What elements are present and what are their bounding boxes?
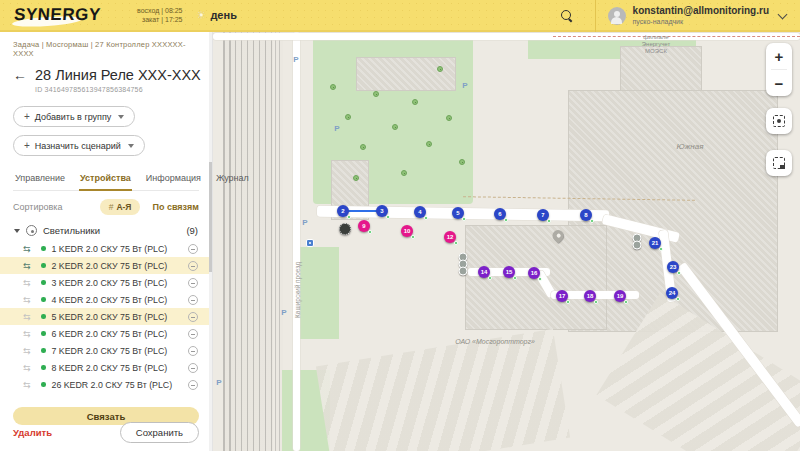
app-header: SYNERGY восход | 08:25 закат | 17:25 ☀ д… (0, 0, 800, 32)
link-icon: ⇆ (23, 278, 35, 288)
user-block[interactable]: konstantin@allmonitoring.ru пуско-наладч… (633, 5, 769, 27)
tab-управление[interactable]: Управление (14, 169, 66, 190)
caret-down-icon (14, 229, 20, 233)
assign-scenario-button[interactable]: + Назначить сценарий (13, 135, 145, 156)
device-group-header[interactable]: Светильники (9) (13, 225, 199, 236)
tab-bar: УправлениеУстройстваИнформацияЖурнал (13, 169, 199, 191)
circle-minus-icon[interactable] (188, 329, 198, 339)
device-row[interactable]: ⇆6 KEDR 2.0 СКУ 75 Вт (PLC) (0, 325, 212, 342)
circle-minus-icon[interactable] (188, 244, 198, 254)
bus-stop-icon (306, 239, 314, 247)
sort-az-button[interactable]: # А-Я (100, 199, 141, 215)
device-marker-9[interactable]: 9 (358, 220, 370, 232)
device-marker-18[interactable]: 18 (584, 290, 596, 302)
chevron-down-icon[interactable] (778, 10, 788, 20)
device-marker-10[interactable]: 10 (401, 225, 413, 237)
tree-icon (459, 159, 465, 165)
logo[interactable]: SYNERGY (14, 5, 129, 25)
user-email: konstantin@allmonitoring.ru (633, 5, 769, 16)
tree-icon (426, 141, 432, 147)
left-panel: Задача | Мосгормаш | 27 Контроллер XXXXX… (0, 32, 213, 451)
parking-icon: P (302, 218, 307, 227)
online-dot (41, 382, 46, 387)
cluster-marker[interactable] (633, 241, 642, 250)
selected-device-marker[interactable] (339, 223, 351, 235)
device-marker-24[interactable]: 24 (666, 287, 678, 299)
object-id: ID 341649785613947856384756 (35, 86, 199, 93)
group-count: (9) (186, 225, 198, 236)
search-icon[interactable] (561, 10, 573, 22)
sidebar-scrollbar[interactable] (209, 32, 212, 451)
device-label: 8 KEDR 2.0 СКУ 75 Вт (PLC) (52, 363, 183, 373)
sort-by-links-button[interactable]: По связям (152, 202, 199, 212)
device-row[interactable]: ⇆26 KEDR 2.0 СКУ 75 Вт (PLC) (0, 376, 212, 393)
device-marker-2[interactable]: 2 (337, 205, 349, 217)
tab-информация[interactable]: Информация (145, 169, 202, 190)
area-select-button[interactable] (766, 150, 792, 176)
device-row[interactable]: ⇆8 KEDR 2.0 СКУ 75 Вт (PLC) (0, 359, 212, 376)
link-icon: ⇆ (23, 363, 35, 373)
parking-icon: P (462, 81, 467, 90)
save-button[interactable]: Сохранить (120, 422, 199, 443)
zoom-out-button[interactable]: − (766, 70, 792, 96)
tree-icon (401, 170, 407, 176)
marker-status-dot (411, 235, 416, 240)
device-marker-16[interactable]: 16 (528, 267, 540, 279)
device-marker-21[interactable]: 21 (649, 237, 661, 249)
avatar[interactable] (608, 7, 626, 25)
circle-minus-icon[interactable] (188, 380, 198, 390)
circle-minus-icon[interactable] (188, 278, 198, 288)
caret-down-icon (128, 144, 134, 148)
cluster-marker[interactable] (459, 267, 468, 276)
marker-status-dot (347, 215, 352, 220)
circle-minus-icon[interactable] (188, 261, 198, 271)
map-canvas[interactable]: + − ЮжнаяОАО «Мосгороптторг»филиале Энер… (213, 32, 800, 451)
sun-times: восход | 08:25 закат | 17:25 (137, 6, 183, 24)
device-marker-7[interactable]: 7 (537, 209, 549, 221)
road-vertical (293, 32, 300, 451)
device-row[interactable]: ⇆3 KEDR 2.0 СКУ 75 Вт (PLC) (0, 274, 212, 291)
delete-button[interactable]: Удалить (13, 427, 52, 438)
device-row[interactable]: ⇆2 KEDR 2.0 СКУ 75 Вт (PLC) (0, 257, 212, 274)
device-marker-12[interactable]: 12 (444, 231, 456, 243)
device-row[interactable]: ⇆5 KEDR 2.0 СКУ 75 Вт (PLC) (0, 308, 212, 325)
device-marker-23[interactable]: 23 (667, 261, 679, 273)
device-marker-6[interactable]: 6 (494, 208, 506, 220)
tree-icon (353, 175, 359, 181)
circle-minus-icon[interactable] (188, 295, 198, 305)
device-marker-4[interactable]: 4 (414, 206, 426, 218)
user-role: пуско-наладчик (633, 16, 769, 27)
tab-журнал[interactable]: Журнал (215, 169, 250, 190)
device-marker-17[interactable]: 17 (556, 290, 568, 302)
link-icon: ⇆ (23, 261, 35, 271)
online-dot (41, 246, 46, 251)
map-text-label: ОАО «Мосгороптторг» (455, 338, 535, 345)
device-marker-3[interactable]: 3 (376, 205, 388, 217)
device-marker-15[interactable]: 15 (503, 266, 515, 278)
caret-down-icon (118, 115, 124, 119)
device-row[interactable]: ⇆7 KEDR 2.0 СКУ 75 Вт (PLC) (0, 342, 212, 359)
marker-status-dot (659, 247, 664, 252)
zoom-in-button[interactable]: + (766, 43, 792, 69)
circle-minus-icon[interactable] (188, 346, 198, 356)
device-label: 5 KEDR 2.0 СКУ 75 Вт (PLC) (52, 312, 183, 322)
online-dot (41, 297, 46, 302)
plus-icon: + (24, 111, 30, 122)
online-dot (41, 365, 46, 370)
back-arrow-icon[interactable]: ← (13, 68, 27, 82)
device-marker-8[interactable]: 8 (580, 209, 592, 221)
device-marker-5[interactable]: 5 (452, 207, 464, 219)
device-row[interactable]: ⇆1 KEDR 2.0 СКУ 75 Вт (PLC) (0, 240, 212, 257)
tab-устройства[interactable]: Устройства (79, 169, 132, 191)
breadcrumb[interactable]: Задача | Мосгормаш | 27 Контроллер XXXXX… (13, 40, 199, 58)
locate-button[interactable] (766, 108, 792, 134)
circle-minus-icon[interactable] (188, 312, 198, 322)
device-marker-19[interactable]: 19 (614, 290, 626, 302)
luminaire-group-icon (26, 225, 37, 236)
add-to-group-button[interactable]: + Добавить в группу (13, 106, 135, 127)
marker-status-dot (624, 300, 629, 305)
day-mode-toggle[interactable]: ☀ день (197, 9, 237, 22)
circle-minus-icon[interactable] (188, 363, 198, 373)
device-marker-14[interactable]: 14 (478, 266, 490, 278)
device-row[interactable]: ⇆4 KEDR 2.0 СКУ 75 Вт (PLC) (0, 291, 212, 308)
